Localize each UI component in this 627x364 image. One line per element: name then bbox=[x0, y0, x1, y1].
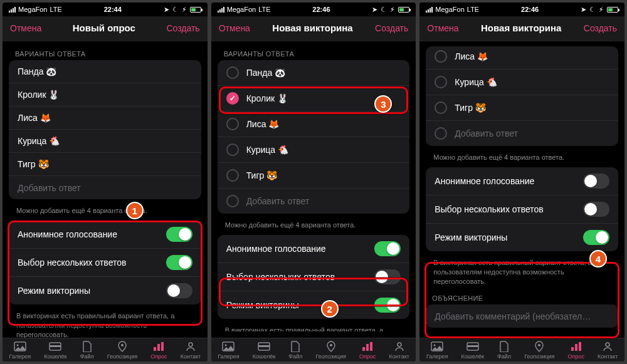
toggle[interactable] bbox=[166, 255, 192, 270]
radio-icon[interactable] bbox=[435, 101, 447, 114]
nav-title: Новая викторина bbox=[272, 23, 352, 33]
setting-multi[interactable]: Выбор нескольких ответов bbox=[218, 263, 410, 291]
create-button[interactable]: Создать bbox=[584, 23, 617, 33]
step-badge-1: 1 bbox=[126, 202, 144, 219]
svg-rect-7 bbox=[161, 342, 164, 351]
add-answer-row[interactable]: Добавить ответ bbox=[426, 121, 618, 146]
tab-geo[interactable]: Геопозиция bbox=[316, 341, 346, 360]
radio-icon[interactable] bbox=[226, 143, 239, 156]
tab-gallery[interactable]: Галерея bbox=[426, 341, 448, 360]
toggle[interactable] bbox=[166, 283, 192, 298]
setting-multi[interactable]: Выбор нескольких ответов bbox=[9, 249, 201, 277]
moon-icon: ☾ bbox=[172, 6, 179, 14]
setting-anon[interactable]: Анонимное голосование bbox=[218, 235, 410, 263]
nav-bar: Отмена Новая викторина Создать bbox=[211, 16, 416, 41]
status-bar: MegaFon LTE 22:46 ➤☾⚡︎ bbox=[419, 3, 624, 16]
toggle[interactable] bbox=[166, 227, 192, 242]
explain-input[interactable]: Добавить комментарий (необязател… bbox=[426, 304, 618, 328]
tab-poll[interactable]: Опрос bbox=[359, 341, 376, 360]
radio-icon[interactable] bbox=[435, 76, 447, 88]
add-answer-row[interactable]: Добавить ответ bbox=[218, 189, 410, 214]
setting-quiz[interactable]: Режим викторины bbox=[426, 224, 618, 251]
radio-icon[interactable] bbox=[226, 195, 239, 207]
clock: 22:46 bbox=[521, 6, 539, 13]
setting-multi[interactable]: Выбор нескольких ответов bbox=[426, 195, 618, 224]
answer-row[interactable]: Курица 🐔 bbox=[218, 137, 410, 163]
wallet-icon bbox=[48, 341, 62, 352]
create-button[interactable]: Создать bbox=[375, 23, 408, 33]
carrier-label: MegaFon bbox=[18, 6, 47, 13]
status-bar: MegaFon LTE 22:44 ➤ ☾ ⚡︎ bbox=[3, 3, 208, 16]
svg-rect-15 bbox=[366, 344, 369, 351]
toggle[interactable] bbox=[583, 174, 609, 189]
tab-wallet[interactable]: Кошелёк bbox=[44, 341, 66, 360]
answer-row[interactable]: Тигр 🐯 bbox=[9, 153, 201, 176]
tab-file[interactable]: Файл bbox=[288, 341, 302, 360]
add-answer-row[interactable]: Добавить ответ bbox=[9, 176, 201, 199]
toggle[interactable] bbox=[583, 202, 609, 217]
tab-gallery[interactable]: Галерея bbox=[9, 341, 31, 360]
charge-icon: ⚡︎ bbox=[182, 6, 187, 14]
signal-icon bbox=[9, 6, 16, 13]
toggle[interactable] bbox=[374, 241, 401, 256]
toggle[interactable] bbox=[374, 269, 401, 284]
loc-icon: ➤ bbox=[164, 6, 169, 14]
tab-geo[interactable]: Геопозиция bbox=[524, 341, 554, 360]
radio-icon[interactable] bbox=[226, 118, 239, 130]
battery-icon bbox=[398, 7, 409, 13]
setting-quiz[interactable]: Режим викторины bbox=[9, 277, 201, 304]
radio-icon[interactable] bbox=[435, 50, 447, 63]
settings-card: Анонимное голосование Выбор нескольких о… bbox=[9, 221, 201, 304]
gallery-icon bbox=[13, 341, 27, 352]
tab-contact[interactable]: Контакт bbox=[389, 341, 409, 360]
answer-row[interactable]: Курица 🐔 bbox=[426, 70, 618, 95]
tab-poll[interactable]: Опрос bbox=[568, 341, 584, 360]
svg-rect-3 bbox=[50, 345, 61, 347]
answer-row[interactable]: Кролик 🐰 bbox=[9, 83, 201, 107]
nav-title: Новая викторина bbox=[481, 23, 561, 33]
tab-wallet[interactable]: Кошелёк bbox=[253, 341, 275, 360]
tab-file[interactable]: Файл bbox=[80, 341, 94, 360]
signal-icon bbox=[218, 6, 224, 13]
svg-point-10 bbox=[225, 345, 227, 346]
answer-row[interactable]: Панда 🐼 bbox=[218, 60, 410, 86]
setting-anon[interactable]: Анонимное голосование bbox=[9, 221, 201, 249]
setting-anon[interactable]: Анонимное голосование bbox=[426, 167, 618, 195]
toggle[interactable] bbox=[583, 230, 609, 245]
answer-row[interactable]: Тигр 🐯 bbox=[218, 163, 410, 189]
toggle[interactable] bbox=[374, 298, 401, 313]
tab-poll[interactable]: Опрос bbox=[150, 341, 167, 360]
create-button[interactable]: Создать bbox=[166, 23, 199, 33]
tab-geo[interactable]: Геопозиция bbox=[107, 341, 137, 360]
more-answers-note: Можно добавить ещё 4 варианта ответа. bbox=[9, 203, 201, 221]
answer-row[interactable]: Лиса 🦊 bbox=[426, 46, 618, 70]
phone-screen-2: MegaFon LTE 22:46 ➤☾⚡︎ Отмена Новая викт… bbox=[211, 3, 416, 361]
tab-contact[interactable]: Контакт bbox=[181, 341, 201, 360]
tab-contact[interactable]: Контакт bbox=[598, 341, 618, 360]
radio-checked-icon[interactable] bbox=[226, 92, 239, 105]
tab-file[interactable]: Файл bbox=[497, 341, 511, 360]
answer-row[interactable]: Тигр 🐯 bbox=[426, 95, 618, 121]
answer-row[interactable]: Лиса 🦊 bbox=[9, 107, 201, 130]
radio-icon[interactable] bbox=[226, 169, 239, 182]
nav-bar: Отмена Новый опрос Создать bbox=[3, 16, 208, 41]
cancel-button[interactable]: Отмена bbox=[10, 23, 41, 33]
tab-wallet[interactable]: Кошелёк bbox=[461, 341, 484, 360]
cancel-button[interactable]: Отмена bbox=[427, 23, 458, 33]
setting-quiz[interactable]: Режим викторины bbox=[218, 291, 410, 319]
nav-bar: Отмена Новая викторина Создать bbox=[419, 16, 624, 41]
radio-icon[interactable] bbox=[435, 127, 447, 140]
radio-icon[interactable] bbox=[226, 66, 239, 79]
answer-row[interactable]: Панда 🐼 bbox=[9, 60, 201, 83]
tab-bar: Галерея Кошелёк Файл Геопозиция Опрос Ко… bbox=[3, 338, 208, 361]
phone-screen-3: MegaFon LTE 22:46 ➤☾⚡︎ Отмена Новая викт… bbox=[419, 3, 624, 361]
phone-screen-1: MegaFon LTE 22:44 ➤ ☾ ⚡︎ Отмена Новый оп… bbox=[3, 3, 208, 361]
cancel-button[interactable]: Отмена bbox=[219, 23, 250, 33]
answer-row[interactable]: Курица 🐔 bbox=[9, 130, 201, 153]
tab-gallery[interactable]: Галерея bbox=[218, 341, 240, 360]
svg-rect-24 bbox=[575, 344, 577, 351]
settings-card: Анонимное голосование Выбор нескольких о… bbox=[218, 235, 410, 319]
answer-row[interactable]: Лиса 🦊 bbox=[218, 112, 410, 137]
svg-point-26 bbox=[606, 343, 609, 346]
svg-point-19 bbox=[434, 345, 436, 346]
